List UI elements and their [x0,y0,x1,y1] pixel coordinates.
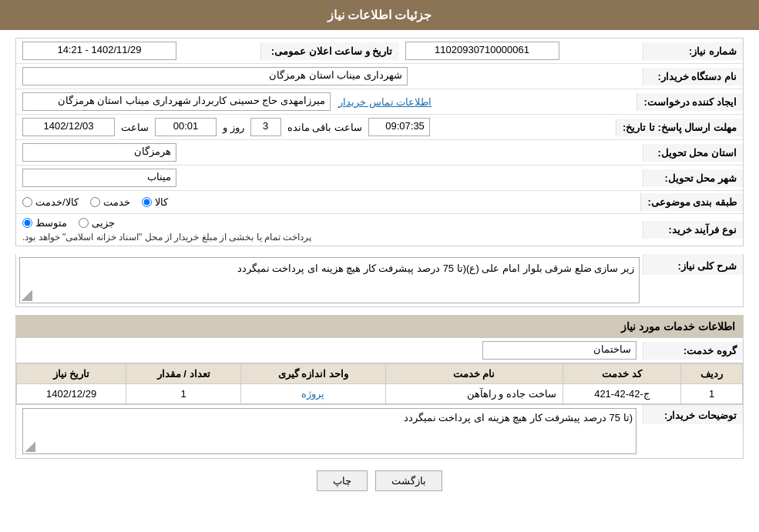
buyer-org-label: نام دستگاه خریدار: [643,68,743,85]
purchase-type-jozi[interactable]: جزیی [79,217,115,229]
category-value: کالا/خدمت خدمت کالا [16,193,640,211]
row-buyer-org: نام دستگاه خریدار: شهرداری میناب استان ه… [16,64,743,89]
days-label: روز و [223,122,244,133]
col-qty: تعداد / مقدار [126,364,241,384]
buttons-row: بازگشت چاپ [15,470,744,491]
city-input[interactable]: میناب [22,169,176,187]
province-label: استان محل تحویل: [643,144,743,162]
cell-row-num: 1 [681,384,743,404]
purchase-radio-jozi-input[interactable] [79,218,89,228]
creator-input[interactable]: میرزامهدی حاج حسینی کاربردار شهرداری مین… [22,92,331,111]
cell-service-code: ج-42-42-421 [563,384,681,404]
category-label: طبقه بندی موضوعی: [640,193,743,211]
row-city: شهر محل تحویل: میناب [16,166,743,191]
row-category: طبقه بندی موضوعی: کالا/خدمت خدمت کالا [16,191,743,214]
cell-date: 1402/12/29 [17,384,126,404]
main-content: شماره نیاز: 11020930710000061 تاریخ و سا… [0,30,759,499]
page-title: جزئیات اطلاعات نیاز [327,8,432,22]
province-value: هرمزگان [16,140,643,165]
purchase-type-motavasset[interactable]: متوسط [22,217,67,229]
need-number-value: 11020930710000061 [399,38,643,63]
purchase-type-label: نوع فرآیند خرید: [643,221,743,239]
buyer-org-input[interactable]: شهرداری میناب استان هرمزگان [22,67,408,85]
description-text: زیر سازی ضلع شرقی بلوار امام علی (ع)(تا … [237,263,634,274]
group-input[interactable]: ساختمان [482,341,636,360]
province-input[interactable]: هرمزگان [22,143,176,162]
deadline-date-input[interactable]: 1402/12/03 [22,118,115,136]
info-section: شماره نیاز: 11020930710000061 تاریخ و سا… [15,38,744,246]
category-kala-label: کالا [155,196,168,208]
remaining-label: ساعت باقی مانده [287,122,362,133]
date-announce-label: تاریخ و ساعت اعلان عمومی: [260,42,399,60]
creator-value: اطلاعات تماس خریدار میرزامهدی حاج حسینی … [16,89,636,114]
group-row: گروه خدمت: ساختمان [15,338,744,363]
services-table-container: ردیف کد خدمت نام خدمت واحد اندازه گیری ت… [15,363,744,405]
category-radio-kala-khedmat[interactable]: کالا/خدمت [22,196,79,208]
col-service-name: نام خدمت [385,364,563,384]
category-radio-khedmat[interactable]: خدمت [90,196,130,208]
date-announce-value: 1402/11/29 - 14:21 [16,38,260,63]
buyer-desc-section: توضیحات خریدار: (تا 75 درصد پیشرفت کار ه… [15,405,744,459]
category-radio-kala-input[interactable] [142,197,152,207]
purchase-motavasset-label: متوسط [35,217,67,229]
category-radio-kala[interactable]: کالا [142,196,168,208]
buyer-org-value: شهرداری میناب استان هرمزگان [16,64,643,89]
services-table: ردیف کد خدمت نام خدمت واحد اندازه گیری ت… [16,363,743,404]
category-kala-khedmat-label: کالا/خدمت [35,196,79,208]
deadline-value: 09:07:35 ساعت باقی مانده 3 روز و 00:01 س… [16,115,616,139]
city-label: شهر محل تحویل: [643,169,743,187]
buyer-desc-label: توضیحات خریدار: [643,405,743,424]
col-row-num: ردیف [681,364,743,384]
table-header: ردیف کد خدمت نام خدمت واحد اندازه گیری ت… [17,364,743,384]
purchase-note: پرداخت تمام یا بخشی از مبلغ خریدار از مح… [22,232,311,243]
purchase-type-radio-group: متوسط جزیی [22,217,115,229]
table-row: 1 ج-42-42-421 ساخت جاده و راهآهن پروژه 1… [17,384,743,404]
row-need-number: شماره نیاز: 11020930710000061 تاریخ و سا… [16,38,743,64]
category-radio-group: کالا/خدمت خدمت کالا [22,196,168,208]
page-wrapper: جزئیات اطلاعات نیاز شماره نیاز: 11020930… [0,0,759,532]
group-label: گروه خدمت: [643,342,743,360]
purchase-type-value: متوسط جزیی پرداخت تمام یا بخشی از مبلغ خ… [16,214,643,246]
print-button[interactable]: چاپ [317,470,368,491]
buyer-desc-text: (تا 75 درصد پیشرفت کار هیچ هزینه ای پردا… [404,412,633,423]
back-button[interactable]: بازگشت [375,470,442,491]
row-purchase-type: نوع فرآیند خرید: متوسط جزیی پرداخت تمام … [16,214,743,246]
city-value: میناب [16,166,643,190]
time-input[interactable]: 00:01 [155,118,217,136]
buyer-resize-handle [25,441,35,452]
category-khedmat-label: خدمت [103,196,130,208]
purchase-jozi-label: جزیی [92,217,115,229]
contact-info-link[interactable]: اطلاعات تماس خریدار [338,96,432,108]
cell-unit: پروژه [240,384,385,404]
creator-label: ایجاد کننده درخواست: [636,93,743,111]
deadline-label: مهلت ارسال پاسخ: تا تاریخ: [616,119,743,136]
col-date: تاریخ نیاز [17,364,126,384]
col-unit: واحد اندازه گیری [240,364,385,384]
resize-handle [22,290,32,301]
buyer-desc-textarea[interactable]: (تا 75 درصد پیشرفت کار هیچ هزینه ای پردا… [22,408,636,454]
days-input[interactable]: 3 [250,118,281,136]
col-service-code: کد خدمت [563,364,681,384]
category-radio-khedmat-input[interactable] [90,197,100,207]
deadline-complex: 09:07:35 ساعت باقی مانده 3 روز و 00:01 س… [22,118,430,136]
services-title: اطلاعات خدمات مورد نیاز [15,315,744,338]
need-number-input[interactable]: 11020930710000061 [405,42,559,60]
page-header: جزئیات اطلاعات نیاز [0,0,759,30]
date-announce-input[interactable]: 1402/11/29 - 14:21 [22,42,176,60]
purchase-radio-motavasset-input[interactable] [22,218,32,228]
group-value: ساختمان [16,338,643,363]
description-section: شرح کلی نیاز: زیر سازی ضلع شرقی بلوار ام… [15,254,744,307]
row-deadline: مهلت ارسال پاسخ: تا تاریخ: 09:07:35 ساعت… [16,115,743,140]
row-province: استان محل تحویل: هرمزگان [16,140,743,166]
time-label: ساعت [121,122,149,133]
buyer-desc-value-container: (تا 75 درصد پیشرفت کار هیچ هزینه ای پردا… [16,405,643,457]
description-label: شرح کلی نیاز: [643,254,743,275]
category-radio-kala-khedmat-input[interactable] [22,197,32,207]
description-textarea[interactable]: زیر سازی ضلع شرقی بلوار امام علی (ع)(تا … [19,257,640,303]
cell-service-name: ساخت جاده و راهآهن [385,384,563,404]
description-value-container: زیر سازی ضلع شرقی بلوار امام علی (ع)(تا … [16,254,643,306]
services-section: اطلاعات خدمات مورد نیاز گروه خدمت: ساختم… [15,315,744,459]
cell-qty: 1 [126,384,241,404]
row-creator: ایجاد کننده درخواست: اطلاعات تماس خریدار… [16,89,743,115]
remaining-time-input[interactable]: 09:07:35 [368,118,430,136]
